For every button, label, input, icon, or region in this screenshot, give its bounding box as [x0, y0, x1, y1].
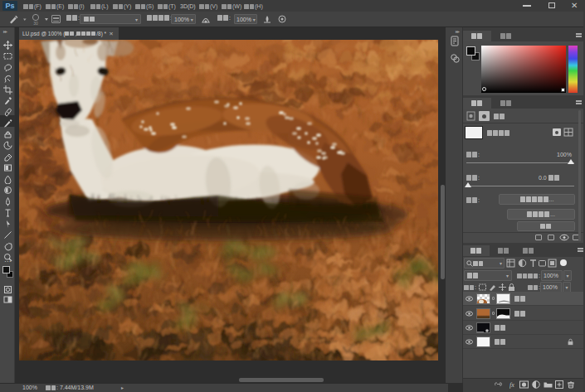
- svg-text:30: 30: [33, 21, 38, 26]
- svg-text:fx: fx: [509, 381, 514, 389]
